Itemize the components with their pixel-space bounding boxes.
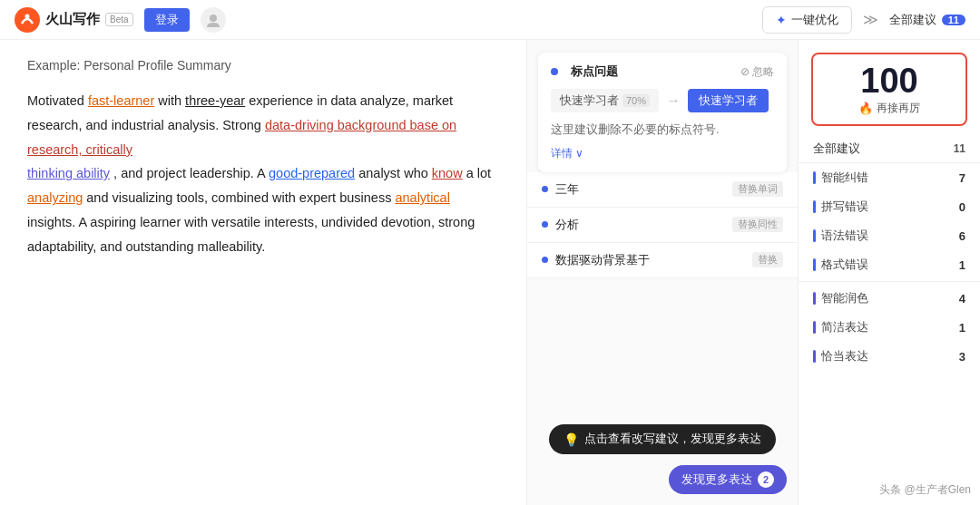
bulb-icon: 💡 bbox=[564, 432, 579, 447]
suggestion-card: 标点问题 ⊘ 忽略 快速学习者 70% → 快速学习者 这里建议删除不必要的标点… bbox=[538, 53, 787, 172]
item-bar-5 bbox=[813, 321, 816, 334]
discover-count: 2 bbox=[758, 471, 774, 488]
word-compare: 快速学习者 70% → 快速学习者 bbox=[551, 89, 774, 112]
item-label-polish: 智能润色 bbox=[821, 290, 868, 306]
word-suggested[interactable]: 快速学习者 bbox=[688, 89, 769, 112]
card-header: 标点问题 ⊘ 忽略 bbox=[551, 63, 774, 80]
ignore-label: 忽略 bbox=[752, 64, 774, 80]
suggestion-item-fenxi[interactable]: 分析 替换同性 bbox=[527, 208, 798, 243]
item-label-1: 分析 bbox=[555, 217, 725, 233]
item-bar-3 bbox=[813, 258, 816, 271]
section-count: 11 bbox=[954, 142, 965, 155]
item-count-1: 0 bbox=[959, 200, 965, 214]
text-fast-learner[interactable]: fast-learner bbox=[88, 93, 154, 108]
suggestions-count: 11 bbox=[942, 15, 965, 25]
right-section-header: 全部建议 11 bbox=[799, 135, 980, 163]
text-thinking[interactable]: thinking ability bbox=[27, 166, 110, 180]
discover-label: 发现更多表达 bbox=[681, 472, 752, 488]
chevron-down-icon: ∨ bbox=[575, 147, 583, 160]
item-label-0: 三年 bbox=[555, 181, 725, 198]
discover-button[interactable]: 发现更多表达 2 bbox=[669, 465, 787, 494]
score-sub-text: 再接再厉 bbox=[877, 102, 920, 115]
main-layout: Example: Personal Profile Summary Motiva… bbox=[0, 40, 980, 505]
item-label-grammar: 语法错误 bbox=[821, 228, 868, 244]
text-and-project: , and project leadership. A bbox=[113, 166, 269, 180]
item-tag-0: 替换单词 bbox=[732, 181, 783, 197]
item-label-concise: 简洁表达 bbox=[821, 319, 868, 335]
top-nav: 火山写作 Beta 登录 ✦ 一键优化 ≫ 全部建议 11 bbox=[0, 0, 980, 40]
fire-icon: 🔥 bbox=[858, 102, 873, 115]
item-bar-6 bbox=[813, 350, 816, 363]
score-number: 100 bbox=[826, 63, 953, 98]
svg-point-2 bbox=[210, 15, 217, 22]
editor-paragraph: Motivated fast-learner with three-year e… bbox=[27, 89, 499, 259]
score-box: 100 🔥 再接再厉 bbox=[811, 53, 967, 126]
original-word-text: 快速学习者 bbox=[560, 92, 619, 109]
text-and-vis: and visualizing tools, combined with exp… bbox=[86, 190, 395, 205]
right-item-1[interactable]: 拼写错误 0 bbox=[799, 192, 980, 221]
item-label-format: 格式错误 bbox=[821, 257, 868, 273]
card-detail-button[interactable]: 详情 ∨ bbox=[551, 146, 774, 161]
right-item-2[interactable]: 语法错误 6 bbox=[799, 221, 980, 250]
right-item-5[interactable]: 简洁表达 1 bbox=[799, 313, 980, 342]
optimize-button[interactable]: ✦ 一键优化 bbox=[762, 6, 852, 34]
item-label-appropriate: 恰当表达 bbox=[821, 348, 868, 364]
right-item-0[interactable]: 智能纠错 7 bbox=[799, 163, 980, 192]
editor-area: Example: Personal Profile Summary Motiva… bbox=[0, 40, 526, 505]
watermark: 头条 @生产者Glen bbox=[879, 482, 971, 498]
svg-point-1 bbox=[25, 14, 30, 18]
tooltip-text: 点击查看改写建议，发现更多表达 bbox=[584, 432, 761, 447]
item-bar-4 bbox=[813, 292, 816, 305]
optimize-label: 一键优化 bbox=[791, 12, 838, 28]
word-original: 快速学习者 70% bbox=[551, 89, 659, 112]
score-sub: 🔥 再接再厉 bbox=[826, 102, 953, 115]
item-label-2: 数据驱动背景基于 bbox=[555, 252, 745, 268]
text-insights: insights. A aspiring learner with versat… bbox=[27, 215, 475, 254]
item-label-spell: 拼写错误 bbox=[821, 199, 868, 215]
doc-title: Example: Personal Profile Summary bbox=[27, 58, 499, 73]
detail-label: 详情 bbox=[551, 146, 573, 161]
suggestions-label: 全部建议 11 bbox=[889, 12, 965, 28]
suggestion-item-sannnian[interactable]: 三年 替换单词 bbox=[527, 172, 798, 208]
item-bar-0 bbox=[813, 171, 816, 184]
item-bar-1 bbox=[813, 200, 816, 213]
login-button[interactable]: 登录 bbox=[144, 8, 190, 32]
item-tag-1: 替换同性 bbox=[732, 217, 783, 232]
item-dot-2 bbox=[542, 257, 548, 263]
card-title-text: 标点问题 bbox=[571, 63, 618, 80]
right-item-left-2: 语法错误 bbox=[813, 228, 868, 244]
text-motivated: Motivated bbox=[27, 93, 88, 108]
avatar-icon bbox=[205, 12, 221, 28]
item-count-2: 6 bbox=[959, 229, 965, 243]
section-title: 全部建议 bbox=[813, 141, 860, 157]
right-divider bbox=[799, 281, 980, 282]
item-bar-2 bbox=[813, 229, 816, 242]
item-count-6: 3 bbox=[959, 350, 965, 364]
item-label-smart: 智能纠错 bbox=[821, 170, 868, 186]
avatar-button[interactable] bbox=[201, 7, 226, 33]
text-good-prepared[interactable]: good-prepared bbox=[269, 166, 355, 180]
beta-badge: Beta bbox=[105, 13, 133, 26]
suggestion-item-data[interactable]: 数据驱动背景基于 替换 bbox=[527, 243, 798, 278]
item-tag-2: 替换 bbox=[752, 252, 783, 267]
nav-chevrons[interactable]: ≫ bbox=[863, 11, 878, 28]
item-count-3: 1 bbox=[959, 258, 965, 272]
text-analytical[interactable]: analytical bbox=[395, 190, 449, 205]
logo-icon bbox=[15, 7, 40, 33]
item-dot-1 bbox=[542, 221, 548, 228]
right-item-left-4: 智能润色 bbox=[813, 290, 868, 306]
right-item-6[interactable]: 恰当表达 3 bbox=[799, 342, 980, 371]
right-item-4[interactable]: 智能润色 4 bbox=[799, 284, 980, 313]
text-know[interactable]: know bbox=[432, 166, 463, 180]
right-item-3[interactable]: 格式错误 1 bbox=[799, 250, 980, 279]
logo-area: 火山写作 Beta bbox=[15, 7, 133, 33]
right-item-left-1: 拼写错误 bbox=[813, 199, 868, 215]
text-analyzing[interactable]: analyzing bbox=[27, 190, 83, 205]
ignore-button[interactable]: ⊘ 忽略 bbox=[740, 64, 774, 80]
card-desc: 这里建议删除不必要的标点符号. bbox=[551, 121, 774, 139]
item-dot bbox=[542, 186, 548, 192]
card-title: 标点问题 bbox=[551, 63, 618, 80]
spark-icon: ✦ bbox=[776, 13, 787, 27]
text-three-year[interactable]: three-year bbox=[185, 93, 245, 108]
editor-content: Motivated fast-learner with three-year e… bbox=[27, 89, 499, 259]
